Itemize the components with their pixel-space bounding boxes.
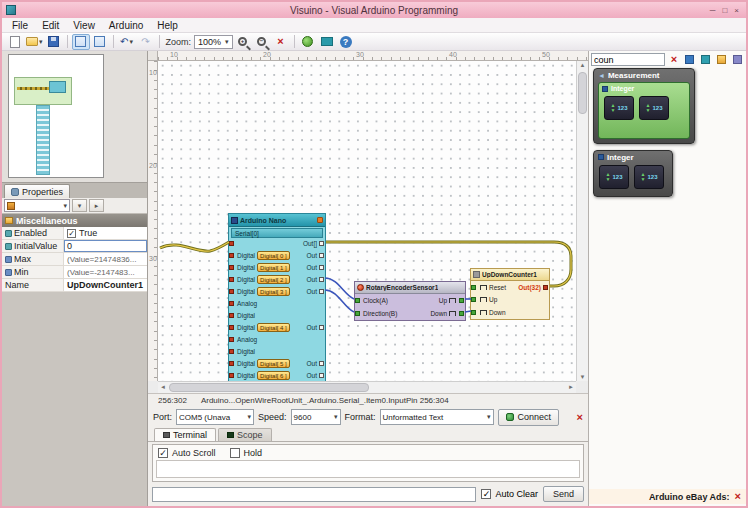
open-file-button[interactable]: ▾ — [25, 34, 44, 50]
component-arduino-nano[interactable]: Arduino Nano Serial[0] Out[] DigitalDigi… — [228, 213, 326, 381]
tab-scope[interactable]: Scope — [218, 428, 272, 441]
component-rotary-encoder[interactable]: RotaryEncoderSensor1 Clock(A) Up Directi… — [354, 281, 466, 321]
inspector-filter-select[interactable]: ▾ — [4, 199, 70, 212]
toolbox-view-button-2[interactable] — [699, 53, 713, 66]
scrollbar-thumb[interactable] — [169, 383, 369, 392]
counter-pin-row[interactable]: Up — [471, 294, 549, 307]
subcategory-integer[interactable]: Integer ▲▼123 ▲▼123 — [598, 82, 690, 139]
category-header[interactable]: Integer — [594, 151, 672, 163]
output-pin[interactable] — [319, 325, 324, 330]
output-pin[interactable] — [319, 289, 324, 294]
arduino-channel-row[interactable]: DigitalDigital[ 2 ]Out — [229, 273, 325, 285]
output-pin[interactable] — [319, 265, 324, 270]
input-pin[interactable] — [229, 301, 234, 306]
input-pin[interactable] — [229, 253, 234, 258]
arduino-channel-row[interactable]: Digital — [229, 345, 325, 357]
scroll-down-icon[interactable]: ▼ — [577, 374, 588, 380]
category-header[interactable]: ◄ Measurement — [594, 69, 694, 81]
channel-badge[interactable]: Digital[ 2 ] — [257, 275, 290, 284]
close-icon[interactable]: × — [734, 6, 739, 15]
input-pin[interactable] — [229, 277, 234, 282]
auto-scroll-checkbox[interactable]: ✓Auto Scroll — [158, 448, 216, 458]
speed-select[interactable]: 9600▾ — [291, 409, 341, 425]
input-pin[interactable] — [229, 349, 234, 354]
input-pin[interactable] — [229, 289, 234, 294]
input-pin[interactable] — [229, 361, 234, 366]
view-mode-button-1[interactable] — [72, 34, 90, 50]
menu-file[interactable]: File — [5, 20, 35, 31]
property-row-enabled[interactable]: Enabled ✓True — [2, 227, 147, 240]
zoom-out-button[interactable]: − — [253, 34, 271, 50]
menu-arduino[interactable]: Arduino — [102, 20, 150, 31]
zoom-select[interactable]: 100%▾ — [194, 35, 233, 49]
serial-channel[interactable]: Serial[0] — [231, 228, 323, 238]
checkbox-checked-icon[interactable]: ✓ — [158, 448, 168, 458]
inspector-sort-button[interactable]: ▾ — [72, 199, 87, 212]
undo-button[interactable]: ↶▾ — [118, 34, 136, 50]
clock-input-pin[interactable] — [355, 298, 360, 303]
collapse-left-icon[interactable]: ◄ — [598, 72, 605, 79]
component-tile-counter[interactable]: ▲▼123 — [634, 165, 664, 189]
input-pin[interactable] — [229, 373, 234, 378]
up-input-pin[interactable] — [471, 297, 476, 302]
counter-pin-row[interactable]: Reset Out(32) — [471, 281, 549, 294]
view-mode-button-2[interactable] — [91, 34, 109, 50]
counter-pin-row[interactable]: Down — [471, 306, 549, 319]
arduino-channel-row[interactable]: DigitalDigital[ 0 ]Out — [229, 249, 325, 261]
serial-output-pin[interactable] — [319, 241, 324, 246]
counter-output-pin[interactable] — [543, 285, 548, 290]
output-pin[interactable] — [319, 361, 324, 366]
toolbox-view-button-4[interactable] — [730, 53, 744, 66]
scroll-left-icon[interactable]: ◄ — [160, 384, 166, 390]
hold-checkbox[interactable]: Hold — [230, 448, 263, 458]
horizontal-scrollbar[interactable]: ◄ ► — [158, 381, 576, 393]
serial-input-pin[interactable] — [229, 241, 234, 246]
minimize-icon[interactable]: ─ — [710, 6, 716, 15]
arduino-channel-row[interactable]: DigitalDigital[ 6 ]Out — [229, 369, 325, 381]
tab-properties[interactable]: Properties — [4, 184, 70, 198]
terminal-input[interactable] — [152, 487, 476, 502]
title-bar[interactable]: Visuino - Visual Arduino Programming ─ □… — [2, 2, 746, 18]
toolbox-view-button-3[interactable] — [714, 53, 728, 66]
send-button[interactable]: Send — [543, 486, 584, 502]
arduino-channel-row[interactable]: DigitalDigital[ 3 ]Out — [229, 285, 325, 297]
subcategory-header[interactable]: Integer — [599, 83, 689, 94]
direction-input-pin[interactable] — [355, 311, 360, 316]
zoom-in-button[interactable]: + — [234, 34, 252, 50]
menu-view[interactable]: View — [66, 20, 102, 31]
property-value-editor[interactable]: 0 — [64, 240, 147, 252]
save-button[interactable] — [45, 34, 63, 50]
input-pin[interactable] — [229, 325, 234, 330]
arduino-channel-row[interactable]: Analog — [229, 297, 325, 309]
menu-edit[interactable]: Edit — [35, 20, 66, 31]
down-input-pin[interactable] — [471, 310, 476, 315]
category-measurement[interactable]: ◄ Measurement Integer ▲▼123 ▲▼123 — [593, 68, 695, 144]
checkbox-unchecked-icon[interactable] — [230, 448, 240, 458]
component-tile-counter[interactable]: ▲▼123 — [604, 96, 634, 120]
close-panel-icon[interactable]: × — [577, 412, 583, 423]
arduino-board-button[interactable] — [318, 34, 336, 50]
arduino-channel-row[interactable]: DigitalDigital[ 5 ]Out — [229, 357, 325, 369]
delete-button[interactable]: × — [272, 34, 290, 50]
port-select[interactable]: COM5 (Unava▾ — [176, 409, 254, 425]
new-file-button[interactable] — [6, 34, 24, 50]
arduino-channel-row[interactable]: DigitalDigital[ 4 ]Out — [229, 321, 325, 333]
property-row-name[interactable]: Name UpDownCounter1 — [2, 279, 147, 292]
output-pin[interactable] — [319, 253, 324, 258]
menu-help[interactable]: Help — [150, 20, 185, 31]
input-pin[interactable] — [229, 265, 234, 270]
property-row-min[interactable]: Min (Value=-2147483... — [2, 266, 147, 279]
terminal-output[interactable] — [156, 460, 580, 478]
up-output-pin[interactable] — [459, 298, 464, 303]
channel-badge[interactable]: Digital[ 1 ] — [257, 263, 290, 272]
overview-thumbnail[interactable] — [8, 54, 104, 178]
close-ads-icon[interactable]: × — [735, 491, 741, 502]
channel-badge[interactable]: Digital[ 3 ] — [257, 287, 290, 296]
compile-upload-button[interactable] — [299, 34, 317, 50]
vertical-scrollbar[interactable]: ▲ ▼ — [576, 61, 588, 381]
connect-button[interactable]: Connect — [498, 409, 560, 426]
arduino-channel-row[interactable]: Digital — [229, 309, 325, 321]
input-pin[interactable] — [229, 313, 234, 318]
search-input[interactable] — [591, 53, 665, 66]
checkbox-checked-icon[interactable]: ✓ — [481, 489, 491, 499]
